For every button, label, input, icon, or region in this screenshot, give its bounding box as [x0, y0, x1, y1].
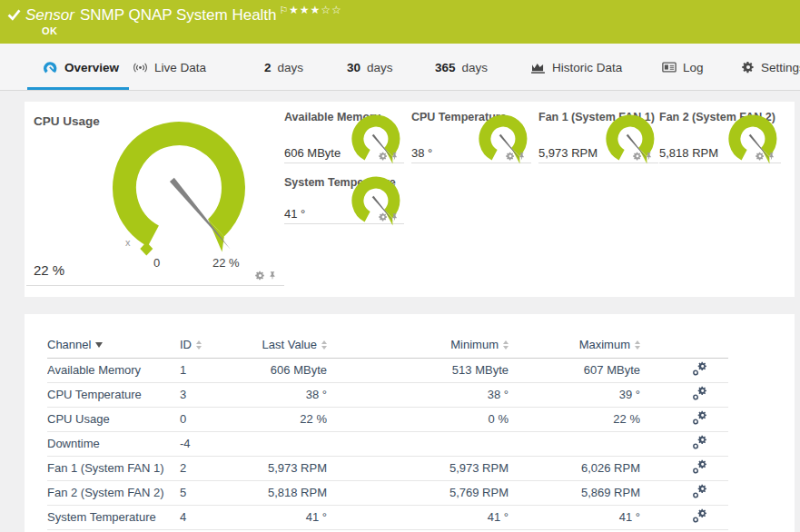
gauge-fan-1: Fan 1 (System FAN 1) 5,973 RPM [538, 109, 658, 163]
gear-icon[interactable] [255, 271, 265, 281]
channel-name: Available Memory [47, 358, 180, 382]
gauge-available-memory: Available Memory 606 MByte [284, 109, 404, 163]
status-badge: OK [42, 25, 58, 36]
pin-icon[interactable] [767, 152, 775, 161]
sort-icon [635, 340, 640, 350]
maximum-value: 607 MByte [509, 358, 640, 382]
minimum-value: 38 ° [327, 382, 509, 407]
maximum-value: 6,026 RPM [509, 456, 640, 480]
channel-id: 1 [180, 358, 232, 382]
gauge-value: 41 ° [284, 207, 305, 221]
broadcast-icon [133, 62, 148, 74]
channel-name: System Temperature [47, 505, 180, 529]
channel-settings-icon[interactable] [692, 410, 708, 426]
channel-settings-icon[interactable] [692, 386, 708, 401]
column-label: Maximum [579, 338, 630, 351]
gear-icon[interactable] [379, 212, 388, 222]
cpu-usage-gauge-dial: x [84, 102, 274, 263]
status-check-icon [6, 7, 22, 23]
active-tab-indicator [27, 87, 129, 90]
gauge-cpu-temperature: CPU Temperature 38 ° [411, 109, 531, 163]
tab-number: 2 [264, 61, 272, 74]
channel-settings-icon[interactable] [692, 459, 708, 475]
gauge-min-marker: x [125, 237, 131, 248]
gear-icon[interactable] [633, 152, 642, 161]
minimum-value [327, 431, 509, 456]
tab-30-days[interactable]: 30days [347, 44, 393, 91]
tab-label: days [278, 61, 304, 74]
maximum-value: 5,869 RPM [509, 480, 640, 505]
log-icon [662, 62, 677, 73]
pin-icon[interactable] [518, 152, 526, 161]
area-chart-icon [530, 62, 546, 74]
last-value: 41 ° [232, 505, 327, 529]
flag-icon[interactable]: ⚐ [280, 5, 289, 15]
column-header-minimum[interactable]: Minimum [450, 338, 509, 351]
channel-settings-icon[interactable] [692, 361, 708, 377]
channels-panel: Channel ID Last Value [25, 314, 795, 532]
tab-historic-data[interactable]: Historic Data [530, 44, 622, 91]
tab-label: days [367, 61, 393, 74]
minimum-value: 513 MByte [327, 358, 509, 382]
channel-settings-icon[interactable] [692, 435, 708, 450]
tab-label: Settings [761, 61, 800, 74]
sort-desc-icon [95, 342, 103, 348]
table-row: Fan 1 (System FAN 1) 2 5,973 RPM 5,973 R… [47, 456, 728, 480]
tab-log[interactable]: Log [662, 44, 704, 91]
column-label: ID [180, 338, 192, 351]
mini-gauge-dial [475, 114, 535, 172]
gauge-system-temperature: System Temperature 41 ° [284, 174, 404, 224]
pin-icon[interactable] [390, 152, 399, 161]
tab-number: 365 [435, 61, 456, 74]
table-header-row: Channel ID Last Value [47, 332, 728, 358]
gauge-value: 5,973 RPM [538, 146, 598, 160]
channel-id: 3 [180, 382, 232, 407]
gear-icon[interactable] [506, 152, 515, 161]
gear-icon[interactable] [756, 152, 765, 161]
sort-icon [503, 340, 509, 350]
maximum-value: 22 % [509, 407, 640, 431]
last-value: 22 % [232, 407, 327, 431]
tab-settings[interactable]: Settings [742, 44, 800, 91]
column-header-channel[interactable]: Channel [47, 338, 103, 351]
minimum-value: 5,973 RPM [327, 456, 509, 480]
table-row: CPU Temperature 3 38 ° 38 ° 39 ° [47, 382, 728, 407]
last-value: 5,973 RPM [232, 456, 327, 480]
column-header-id[interactable]: ID [180, 338, 202, 351]
channel-settings-icon[interactable] [692, 484, 708, 499]
channel-name: CPU Temperature [47, 382, 180, 407]
page-title: SensorSNMP QNAP System Health⚐ [25, 5, 288, 25]
gauge-fan-2: Fan 2 (System FAN 2) 5,818 RPM [659, 109, 781, 163]
last-value [232, 431, 327, 456]
table-row: CPU Usage 0 22 % 0 % 22 % [47, 407, 728, 431]
table-row: System Temperature 4 41 ° 41 ° 41 ° [47, 505, 728, 529]
tab-bar: Overview Live Data 2days 30days 365days … [0, 44, 800, 91]
tab-label: Overview [64, 61, 119, 74]
column-header-maximum[interactable]: Maximum [579, 338, 640, 351]
gauge-value: 22 % [34, 262, 64, 278]
channel-settings-icon[interactable] [692, 508, 708, 524]
pin-icon[interactable] [268, 271, 277, 281]
priority-stars[interactable]: ★★★☆☆ [289, 4, 342, 16]
maximum-value [509, 431, 640, 456]
channel-name: Downtime [47, 431, 180, 456]
tab-label: Historic Data [552, 61, 622, 74]
last-value: 38 ° [232, 382, 327, 407]
last-value: 5,818 RPM [232, 480, 327, 505]
table-row: Downtime -4 [47, 431, 728, 456]
pin-icon[interactable] [645, 152, 653, 161]
last-value: 606 MByte [232, 358, 327, 382]
gear-icon[interactable] [379, 152, 388, 161]
tab-overview[interactable]: Overview [43, 44, 119, 91]
column-header-last-value[interactable]: Last Value [262, 338, 327, 351]
gauge-cpu-usage: CPU Usage x 0 22 % 22 % [26, 102, 284, 286]
maximum-value: 41 ° [509, 505, 640, 529]
pin-icon[interactable] [390, 212, 399, 222]
channel-id: 4 [180, 505, 232, 529]
tab-2-days[interactable]: 2days [264, 44, 303, 91]
tab-number: 30 [347, 61, 360, 74]
tab-live-data[interactable]: Live Data [133, 44, 206, 91]
gauge-icon [43, 60, 58, 75]
tab-365-days[interactable]: 365days [435, 44, 488, 91]
channel-id: 0 [180, 407, 232, 431]
